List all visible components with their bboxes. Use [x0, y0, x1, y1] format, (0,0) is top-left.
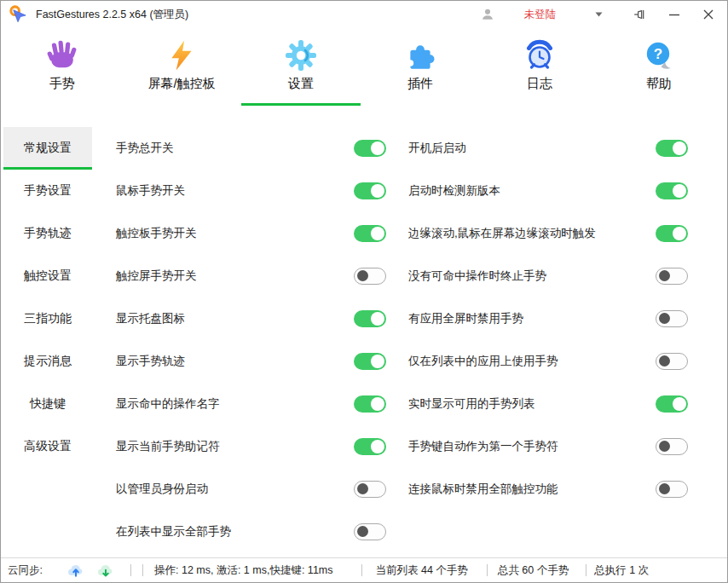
setting-row: 启动时检测新版本 [395, 170, 727, 212]
toggle-knob [371, 355, 384, 368]
app-logo-icon [8, 4, 29, 26]
tab-settings[interactable]: 设置 [241, 39, 361, 106]
setting-toggle[interactable] [656, 268, 688, 285]
setting-toggle[interactable] [354, 140, 386, 157]
status-bar: 云同步: 操作: 12 ms, 激活: 1 ms,快捷键: 11ms 当前列表 … [1, 557, 727, 582]
sidebar-item-label: 手势轨迹 [24, 226, 72, 241]
user-icon[interactable] [480, 7, 495, 22]
svg-text:?: ? [654, 46, 662, 62]
setting-toggle[interactable] [354, 268, 386, 285]
setting-row: 有应用全屏时禁用手势 [395, 297, 727, 340]
setting-row: 手势键自动作为第一个手势符 [395, 425, 727, 468]
setting-toggle[interactable] [354, 395, 386, 413]
toggle-knob [357, 526, 368, 537]
setting-toggle[interactable] [656, 438, 688, 455]
setting-toggle[interactable] [656, 140, 688, 157]
setting-row: 仅在列表中的应用上使用手势 [395, 340, 727, 383]
help-bubble-icon: ? [643, 39, 675, 72]
setting-toggle[interactable] [656, 225, 688, 242]
sidebar-item-label: 提示消息 [24, 354, 72, 369]
toggle-knob [371, 440, 384, 453]
dropdown-caret-icon[interactable] [595, 12, 603, 17]
setting-label: 手势总开关 [116, 141, 174, 156]
settings-panel: 手势总开关鼠标手势开关触控板手势开关触控屏手势开关显示托盘图标显示手势轨迹显示命… [95, 106, 727, 560]
sidebar-item-advanced-settings[interactable]: 高级设置 [3, 425, 92, 468]
sidebar: 常规设置手势设置手势轨迹触控设置三指功能提示消息快捷键高级设置 [1, 106, 95, 560]
setting-row: 手势总开关 [95, 127, 395, 170]
setting-toggle[interactable] [354, 353, 386, 370]
toggle-knob [357, 483, 368, 494]
tab-plugins[interactable]: 插件 [361, 39, 480, 106]
setting-toggle[interactable] [354, 310, 386, 327]
toggle-knob [371, 312, 384, 326]
sidebar-item-label: 快捷键 [30, 396, 66, 412]
setting-label: 启动时检测新版本 [408, 183, 500, 199]
sidebar-item-hotkeys[interactable]: 快捷键 [3, 383, 92, 425]
cloud-upload-icon[interactable] [66, 563, 85, 579]
toggle-knob [371, 397, 384, 411]
setting-toggle[interactable] [656, 353, 688, 370]
setting-row: 显示手势轨迹 [95, 340, 395, 383]
sidebar-item-touch-settings[interactable]: 触控设置 [3, 255, 92, 297]
total-executed-count: 总执行 1 次 [594, 563, 649, 578]
minimize-icon[interactable] [669, 9, 679, 20]
sidebar-item-gesture-track[interactable]: 手势轨迹 [3, 212, 92, 255]
toggle-knob [673, 397, 686, 411]
statusbar-divider [130, 564, 131, 576]
setting-label: 没有可命中操作时终止手势 [408, 268, 546, 284]
setting-label: 在列表中显示全部手势 [116, 524, 231, 540]
statusbar-divider [586, 564, 586, 576]
tab-gestures[interactable]: 手势 [3, 39, 122, 106]
setting-row: 开机后启动 [395, 127, 727, 170]
toggle-knob [673, 227, 686, 240]
toggle-knob [371, 184, 384, 198]
setting-toggle[interactable] [354, 438, 386, 455]
toggle-knob [659, 441, 670, 452]
pin-icon[interactable] [633, 8, 647, 21]
toggle-knob [371, 141, 384, 155]
setting-toggle[interactable] [656, 481, 688, 498]
setting-toggle[interactable] [656, 310, 688, 327]
sidebar-item-gesture-settings[interactable]: 手势设置 [3, 170, 92, 212]
setting-label: 显示托盘图标 [116, 311, 185, 326]
sidebar-item-label: 三指功能 [24, 311, 72, 326]
setting-label: 实时显示可用的手势列表 [408, 396, 535, 412]
setting-toggle[interactable] [354, 481, 386, 498]
tab-label: 插件 [407, 76, 433, 92]
setting-toggle[interactable] [656, 395, 688, 413]
toggle-knob [357, 270, 368, 281]
setting-row: 没有可命中操作时终止手势 [395, 255, 727, 297]
settings-column-left: 手势总开关鼠标手势开关触控板手势开关触控屏手势开关显示托盘图标显示手势轨迹显示命… [95, 127, 395, 560]
setting-label: 显示命中的操作名字 [116, 396, 220, 412]
sidebar-item-tip-messages[interactable]: 提示消息 [3, 340, 92, 383]
close-icon[interactable] [703, 9, 714, 20]
setting-toggle[interactable] [354, 225, 386, 242]
sidebar-item-general-settings[interactable]: 常规设置 [3, 127, 92, 170]
gear-icon [285, 39, 317, 72]
setting-toggle[interactable] [354, 182, 386, 199]
tab-bar: 手势屏幕/触控板设置插件日志?帮助 [1, 39, 727, 106]
cloud-sync-label: 云同步: [8, 563, 43, 578]
setting-toggle[interactable] [354, 523, 386, 540]
toggle-knob [659, 270, 670, 281]
setting-row: 触控屏手势开关 [95, 255, 395, 297]
cloud-download-icon[interactable] [96, 563, 115, 579]
app-window: FastGestures 2.2.5 x64 (管理员) 未登陆 [0, 0, 728, 583]
sidebar-item-label: 常规设置 [24, 141, 72, 156]
setting-label: 以管理员身份启动 [116, 482, 208, 497]
tab-help[interactable]: ?帮助 [599, 39, 719, 106]
tab-screen-touchpad[interactable]: 屏幕/触控板 [122, 39, 241, 106]
toggle-knob [673, 184, 686, 198]
sidebar-item-three-finger[interactable]: 三指功能 [3, 297, 92, 340]
title-bar: FastGestures 2.2.5 x64 (管理员) 未登陆 [1, 1, 727, 28]
sidebar-item-label: 高级设置 [24, 439, 72, 454]
login-status[interactable]: 未登陆 [524, 8, 557, 22]
setting-label: 触控屏手势开关 [116, 268, 197, 284]
timing-stats: 操作: 12 ms, 激活: 1 ms,快捷键: 11ms [154, 563, 333, 578]
tab-logs[interactable]: 日志 [480, 39, 599, 106]
setting-label: 开机后启动 [408, 141, 466, 156]
setting-row: 显示当前手势助记符 [95, 425, 395, 468]
setting-toggle[interactable] [656, 182, 688, 199]
alarm-clock-icon [523, 39, 556, 72]
toggle-knob [673, 141, 686, 155]
